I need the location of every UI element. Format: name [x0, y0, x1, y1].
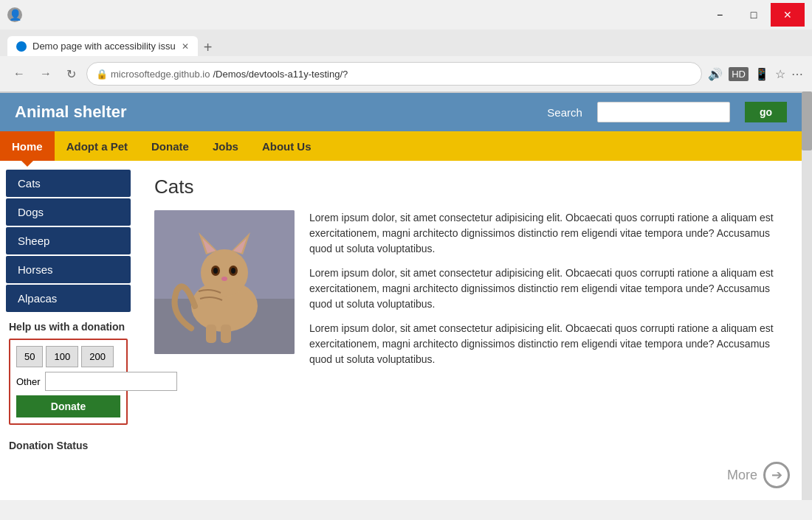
- scrollbar[interactable]: [802, 91, 812, 500]
- content-body: Lorem ipsum dolor, sit amet consectetur …: [154, 210, 784, 376]
- sidebar-item-dogs[interactable]: Dogs: [6, 198, 131, 226]
- minimize-button[interactable]: −: [703, 3, 737, 27]
- window-controls: − □ ✕: [703, 3, 805, 27]
- more-circle-icon: ➔: [763, 462, 790, 488]
- site-header: Animal shelter Search go: [0, 93, 802, 131]
- more-button[interactable]: More ➔: [727, 462, 790, 488]
- title-bar-left: 👤: [7, 7, 22, 22]
- donation-title: Help us with a donation: [9, 321, 128, 333]
- content-area: Cats: [137, 161, 802, 500]
- sidebar-item-alpacas[interactable]: Alpacas: [6, 285, 131, 312]
- svg-rect-13: [206, 325, 216, 343]
- address-icons: 🔊 HD 📱 ☆ ⋯: [708, 67, 803, 81]
- refresh-button[interactable]: ↻: [62, 64, 80, 84]
- address-bar: ← → ↻ 🔒 microsoftedge.github.io /Demos/d…: [0, 56, 812, 91]
- cat-image: [154, 210, 295, 354]
- nav-item-jobs[interactable]: Jobs: [201, 131, 250, 161]
- donation-widget: 50 100 200 Other Donate: [9, 339, 128, 425]
- active-tab[interactable]: Demo page with accessibility issu ✕: [7, 36, 198, 56]
- sidebar-item-sheep[interactable]: Sheep: [6, 227, 131, 254]
- donate-button[interactable]: Donate: [16, 395, 120, 417]
- search-label: Search: [547, 106, 582, 119]
- tab-title: Demo page with accessibility issu: [32, 41, 176, 52]
- tab-favicon: [16, 41, 27, 52]
- forward-button[interactable]: →: [35, 64, 56, 83]
- url-prefix: microsoftedge.github.io: [111, 69, 210, 80]
- amount-200-button[interactable]: 200: [81, 346, 114, 367]
- site-title: Animal shelter: [15, 103, 532, 122]
- svg-rect-14: [221, 325, 231, 343]
- sidebar-item-cats[interactable]: Cats: [6, 170, 131, 197]
- nav-item-home[interactable]: Home: [0, 131, 55, 161]
- immersive-reader-icon[interactable]: HD: [729, 67, 749, 81]
- more-label: More: [727, 468, 757, 483]
- content-title: Cats: [154, 176, 784, 198]
- main-layout: Cats Dogs Sheep Horses Alpacas Help us w…: [0, 161, 802, 500]
- svg-point-10: [213, 268, 218, 274]
- back-button[interactable]: ←: [9, 64, 30, 83]
- address-input[interactable]: 🔒 microsoftedge.github.io /Demos/devtool…: [86, 62, 702, 86]
- lock-icon: 🔒: [96, 69, 108, 80]
- svg-point-11: [231, 268, 235, 274]
- read-aloud-icon[interactable]: 🔊: [708, 67, 723, 81]
- other-label: Other: [16, 376, 41, 387]
- sidebar-item-horses[interactable]: Horses: [6, 256, 131, 283]
- close-button[interactable]: ✕: [771, 3, 805, 27]
- svg-point-12: [221, 277, 227, 281]
- maximize-button[interactable]: □: [737, 3, 771, 27]
- browser-layout: Animal shelter Search go Home Adopt a Pe…: [0, 91, 812, 500]
- other-row: Other: [16, 372, 120, 391]
- donation-amounts: 50 100 200: [16, 346, 120, 367]
- tab-bar: Demo page with accessibility issu ✕ +: [0, 30, 812, 56]
- user-icon: 👤: [7, 7, 22, 22]
- browser-content: Animal shelter Search go Home Adopt a Pe…: [0, 91, 802, 500]
- browser-essentials-icon[interactable]: 📱: [754, 67, 769, 81]
- url-path: /Demos/devtools-a11y-testing/?: [213, 69, 348, 80]
- donation-status: Donation Status: [0, 432, 137, 459]
- nav-item-adopt[interactable]: Adopt a Pet: [55, 131, 140, 161]
- settings-more-icon[interactable]: ⋯: [791, 67, 803, 81]
- nav-item-about[interactable]: About Us: [250, 131, 323, 161]
- sidebar: Cats Dogs Sheep Horses Alpacas Help us w…: [0, 161, 137, 500]
- website: Animal shelter Search go Home Adopt a Pe…: [0, 91, 802, 500]
- content-paragraph-2: Lorem ipsum dolor, sit amet consectetur …: [309, 266, 784, 312]
- title-bar: 👤 − □ ✕: [0, 0, 812, 30]
- scrollbar-thumb[interactable]: [802, 91, 812, 150]
- amount-100-button[interactable]: 100: [46, 346, 78, 367]
- new-tab-button[interactable]: +: [198, 39, 219, 56]
- tab-close-button[interactable]: ✕: [182, 41, 189, 52]
- search-input[interactable]: [597, 102, 730, 122]
- content-paragraph-3: Lorem ipsum dolor, sit amet consectetur …: [309, 321, 784, 367]
- nav-item-donate[interactable]: Donate: [140, 131, 201, 161]
- favorites-icon[interactable]: ☆: [775, 67, 785, 81]
- search-button[interactable]: go: [745, 102, 787, 122]
- nav-bar: Home Adopt a Pet Donate Jobs About Us: [0, 131, 802, 161]
- text-column: Lorem ipsum dolor, sit amet consectetur …: [309, 210, 784, 376]
- content-paragraph-1: Lorem ipsum dolor, sit amet consectetur …: [309, 210, 784, 257]
- amount-50-button[interactable]: 50: [16, 346, 43, 367]
- donation-box: Help us with a donation 50 100 200 Other: [0, 313, 137, 432]
